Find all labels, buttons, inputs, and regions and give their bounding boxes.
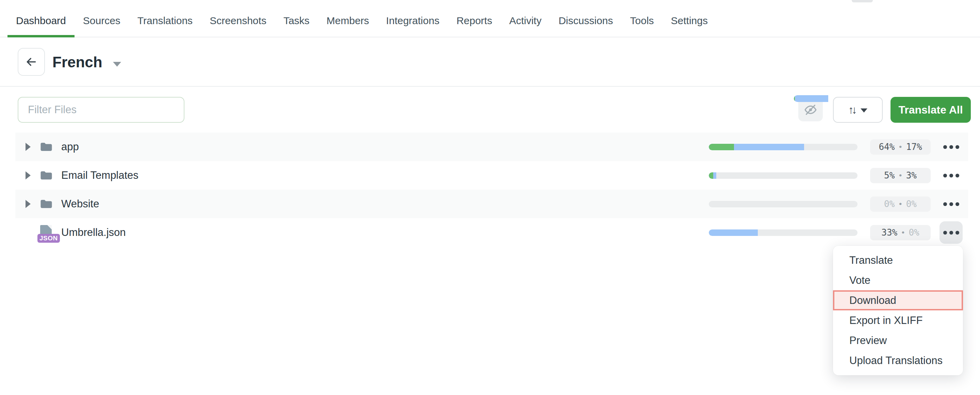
expand-chevron-icon[interactable] [25, 171, 30, 179]
tab-screenshots[interactable]: Screenshots [201, 5, 275, 37]
ellipsis-icon [943, 231, 947, 235]
cropped-popover-edge [852, 0, 873, 2]
file-progress-badge: 5%•3% [870, 168, 931, 183]
translated-percent: 5% [884, 170, 894, 181]
menu-item-upload-translations[interactable]: Upload Translations [833, 351, 963, 371]
menu-item-vote[interactable]: Vote [833, 270, 963, 290]
approved-percent: 17% [906, 142, 922, 152]
bullet-separator: • [901, 228, 905, 237]
file-progress-badge: 0%•0% [870, 197, 931, 212]
menu-item-preview[interactable]: Preview [833, 330, 963, 351]
filter-files-input[interactable] [18, 97, 185, 123]
row-menu-button[interactable] [940, 193, 963, 215]
row-status: 5%•3% [709, 164, 963, 187]
row-status: 0%•0% [709, 193, 963, 215]
file-progress-bar [709, 230, 858, 236]
tab-activity[interactable]: Activity [501, 5, 550, 37]
row-status: 64%•17% [709, 136, 963, 158]
tab-tools[interactable]: Tools [622, 5, 662, 37]
json-file-icon: JSON [39, 225, 54, 240]
eye-off-icon [804, 103, 817, 117]
folder-icon [39, 168, 54, 183]
ellipsis-icon [943, 174, 947, 178]
sort-arrows-icon: ↑↓ [848, 105, 855, 115]
file-progress-bar [709, 172, 858, 179]
approved-percent: 0% [908, 227, 919, 238]
approved-percent: 0% [906, 199, 917, 209]
file-name: Email Templates [61, 169, 138, 181]
file-name: app [61, 141, 79, 153]
translated-progress-segment [794, 95, 828, 102]
translated-percent: 0% [884, 199, 894, 209]
file-progress-badge: 33%•0% [870, 225, 931, 240]
tab-integrations[interactable]: Integrations [378, 5, 448, 37]
tab-discussions[interactable]: Discussions [550, 5, 621, 37]
top-nav: Dashboard Sources Translations Screensho… [0, 0, 980, 37]
bullet-separator: • [898, 171, 902, 180]
row-menu-button[interactable] [940, 164, 963, 187]
json-file-type-badge: JSON [37, 234, 60, 243]
file-row-umbrella-json[interactable]: JSON Umbrella.json 33%•0% [15, 218, 968, 247]
file-progress-bar [709, 201, 858, 207]
translated-percent: 33% [881, 227, 897, 238]
language-header: French 30% • 1% [0, 37, 980, 87]
file-row-website[interactable]: Website 0%•0% [15, 190, 968, 218]
file-row-app[interactable]: app 64%•17% [15, 133, 968, 161]
folder-icon [39, 197, 54, 211]
file-context-menu: Translate Vote Download Export in XLIFF … [833, 246, 963, 375]
ellipsis-icon [943, 202, 947, 206]
menu-item-export-xliff[interactable]: Export in XLIFF [833, 310, 963, 330]
file-name: Website [61, 198, 99, 210]
arrow-left-icon [24, 55, 38, 69]
translated-progress-segment [709, 230, 758, 236]
expand-chevron-icon[interactable] [25, 143, 30, 151]
menu-item-translate[interactable]: Translate [833, 250, 963, 270]
files-toolbar: ↑↓ Translate All [0, 87, 980, 133]
translate-all-button[interactable]: Translate All [891, 97, 971, 123]
file-row-email-templates[interactable]: Email Templates 5%•3% [15, 161, 968, 190]
language-dropdown-caret-icon[interactable] [113, 62, 121, 67]
expand-chevron-icon[interactable] [25, 200, 30, 208]
back-button[interactable] [18, 48, 45, 76]
tab-members[interactable]: Members [318, 5, 378, 37]
menu-item-download[interactable]: Download [833, 290, 963, 310]
row-status: 33%•0% [709, 221, 963, 244]
ellipsis-icon [943, 145, 947, 149]
translated-percent: 64% [878, 142, 894, 152]
row-menu-button[interactable] [940, 136, 963, 158]
approved-progress-segment [709, 144, 734, 150]
tab-sources[interactable]: Sources [75, 5, 129, 37]
folder-icon [39, 140, 54, 154]
tab-reports[interactable]: Reports [448, 5, 501, 37]
tab-settings[interactable]: Settings [662, 5, 716, 37]
row-menu-button-active[interactable] [940, 221, 963, 244]
bullet-separator: • [898, 143, 902, 151]
sort-caret-icon [861, 108, 867, 113]
tab-tasks[interactable]: Tasks [275, 5, 318, 37]
bullet-separator: • [898, 200, 902, 208]
page-title: French [52, 54, 102, 71]
approved-percent: 3% [906, 170, 917, 181]
file-name: Umbrella.json [61, 227, 126, 239]
file-progress-bar [709, 144, 858, 150]
tab-translations[interactable]: Translations [129, 5, 201, 37]
file-list: app 64%•17% Email Templates [15, 133, 968, 247]
file-progress-badge: 64%•17% [870, 140, 931, 155]
approved-progress-segment [709, 172, 713, 179]
tab-dashboard[interactable]: Dashboard [8, 5, 75, 37]
sort-button[interactable]: ↑↓ [833, 97, 883, 123]
